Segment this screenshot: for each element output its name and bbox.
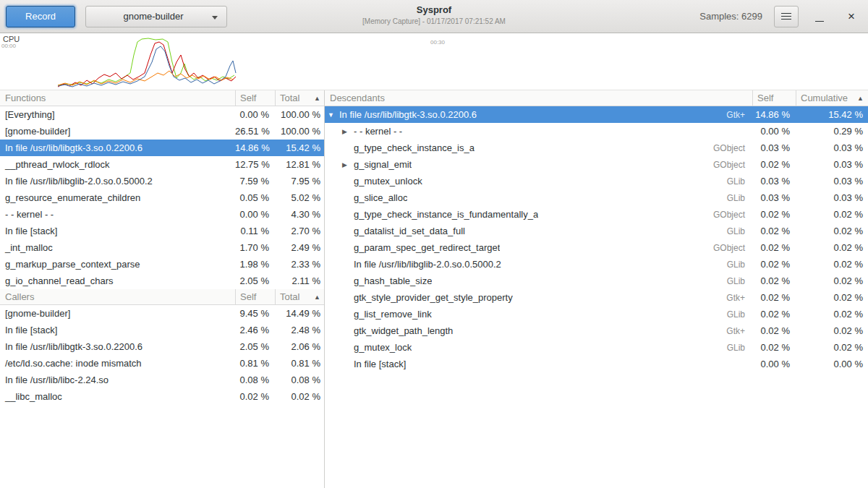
callers-row[interactable]: [gnome-builder]9.45 %14.49 % (0, 305, 324, 322)
time-label-mid: 00:30 (430, 39, 445, 46)
functions-row[interactable]: _int_malloc1.70 %2.49 % (0, 239, 324, 256)
function-name: g_io_channel_read_chars (0, 275, 235, 286)
descendant-name-cell: In file [stack] (325, 359, 752, 369)
expander-expanded-icon[interactable]: ▼ (328, 111, 339, 119)
cpu-graph[interactable]: CPU 00:00 00:30 (0, 33, 868, 90)
function-name: In file [stack] (0, 325, 235, 335)
expander-collapsed-icon[interactable]: ▶ (342, 161, 354, 168)
descendants-row[interactable]: g_list_remove_linkGLib0.02 %0.02 % (325, 306, 868, 322)
descendants-row[interactable]: g_mutex_lockGLib0.02 %0.02 % (325, 339, 868, 356)
descendants-row[interactable]: ▶g_signal_emitGObject0.02 %0.03 % (325, 156, 868, 173)
self-value: 0.02 % (752, 159, 796, 170)
function-name: g_resource_enumerate_children (0, 192, 235, 203)
descendants-row[interactable]: gtk_widget_path_lengthGtk+0.02 %0.02 % (325, 322, 868, 339)
descendant-name: g_param_spec_get_redirect_target (354, 242, 500, 253)
self-value: 1.98 % (235, 259, 275, 270)
cumulative-value: 0.02 % (796, 325, 868, 336)
callers-header-row: Callers Self Total ▲ (0, 289, 324, 305)
callers-self-column-header[interactable]: Self (235, 289, 275, 304)
functions-row[interactable]: [Everything]0.00 %100.00 % (0, 106, 324, 123)
functions-body: [Everything]0.00 %100.00 %[gnome-builder… (0, 106, 324, 289)
descendants-row[interactable]: In file [stack]0.00 %0.00 % (325, 356, 868, 372)
functions-row[interactable]: g_resource_enumerate_children0.05 %5.02 … (0, 189, 324, 206)
callers-total-column-header[interactable]: Total ▲ (275, 289, 324, 304)
category-label: GLib (501, 260, 752, 270)
callers-row[interactable]: In file [stack]2.46 %2.48 % (0, 322, 324, 338)
close-button[interactable]: × (841, 6, 862, 27)
descendants-column-header[interactable]: Descendants (325, 90, 752, 106)
function-name: __pthread_rwlock_rdlock (0, 159, 235, 170)
category-label: GObject (538, 210, 752, 220)
profile-target-dropdown[interactable]: gnome-builder (85, 6, 227, 27)
descendants-row[interactable]: g_type_check_instance_is_aGObject0.03 %0… (325, 140, 868, 156)
time-label-start: 00:00 (1, 43, 16, 49)
functions-row[interactable]: g_markup_parse_context_parse1.98 %2.33 % (0, 256, 324, 273)
descendants-row[interactable]: g_param_spec_get_redirect_targetGObject0… (325, 239, 868, 256)
descendant-name-cell: ▼In file /usr/lib/libgtk-3.so.0.2200.6Gt… (325, 109, 752, 120)
descendants-self-column-header[interactable]: Self (752, 90, 796, 106)
functions-row[interactable]: In file [stack]0.11 %2.70 % (0, 223, 324, 239)
callers-row[interactable]: /etc/ld.so.cache: inode mismatch0.81 %0.… (0, 355, 324, 372)
function-name: In file [stack] (0, 226, 235, 236)
headerbar-right: Samples: 6299 × (699, 6, 862, 27)
descendants-row[interactable]: g_mutex_unlockGLib0.03 %0.03 % (325, 173, 868, 189)
functions-row[interactable]: - - kernel - -0.00 %4.30 % (0, 206, 324, 223)
functions-row[interactable]: In file /usr/lib/libgtk-3.so.0.2200.614.… (0, 140, 324, 156)
self-value: 2.46 % (235, 325, 275, 335)
functions-row[interactable]: __pthread_rwlock_rdlock12.75 %12.81 % (0, 156, 324, 173)
menu-button[interactable] (774, 6, 799, 27)
total-value: 5.02 % (275, 192, 324, 203)
function-name: In file /usr/lib/libgtk-3.so.0.2200.6 (0, 341, 235, 352)
descendants-row[interactable]: ▶- - kernel - -0.00 %0.29 % (325, 123, 868, 140)
expander-collapsed-icon[interactable]: ▶ (342, 128, 354, 135)
functions-self-column-header[interactable]: Self (235, 90, 275, 106)
descendant-name-cell: gtk_style_provider_get_style_propertyGtk… (325, 292, 752, 303)
total-value: 0.08 % (275, 374, 324, 385)
functions-total-column-header[interactable]: Total ▲ (275, 90, 324, 106)
callers-row[interactable]: In file /usr/lib/libc-2.24.so0.08 %0.08 … (0, 372, 324, 388)
callers-body: [gnome-builder]9.45 %14.49 %In file [sta… (0, 305, 324, 405)
self-value: 9.45 % (235, 308, 275, 319)
descendant-name-cell: g_datalist_id_set_data_fullGLib (325, 226, 752, 236)
record-button[interactable]: Record (6, 6, 75, 27)
callers-column-header[interactable]: Callers (0, 289, 235, 304)
total-value: 15.42 % (275, 142, 324, 153)
descendants-row[interactable]: g_slice_allocGLib0.03 %0.03 % (325, 189, 868, 206)
function-name: /etc/ld.so.cache: inode mismatch (0, 358, 235, 369)
self-value: 0.03 % (752, 142, 796, 153)
total-value: 14.49 % (275, 308, 324, 319)
descendants-row[interactable]: g_datalist_id_set_data_fullGLib0.02 %0.0… (325, 223, 868, 239)
main-area: Functions Self Total ▲ [Everything]0.00 … (0, 90, 868, 488)
functions-column-header[interactable]: Functions (0, 90, 235, 106)
descendant-name: - - kernel - - (354, 126, 402, 137)
self-value: 0.03 % (752, 176, 796, 187)
functions-row[interactable]: In file /usr/lib/libglib-2.0.so.0.5000.2… (0, 173, 324, 189)
cumulative-value: 0.03 % (796, 176, 868, 187)
self-value: 0.05 % (235, 192, 275, 203)
self-value: 0.02 % (752, 209, 796, 220)
descendant-name: g_slice_alloc (354, 192, 407, 203)
callers-row[interactable]: In file /usr/lib/libgtk-3.so.0.2200.62.0… (0, 338, 324, 355)
total-value: 100.00 % (275, 126, 324, 137)
total-value: 100.00 % (275, 109, 324, 120)
descendant-name: g_mutex_unlock (354, 176, 422, 187)
descendant-name-cell: g_type_check_instance_is_aGObject (325, 142, 752, 153)
descendants-row[interactable]: ▼In file /usr/lib/libgtk-3.so.0.2200.6Gt… (325, 106, 868, 123)
descendants-row[interactable]: g_hash_table_sizeGLib0.02 %0.02 % (325, 273, 868, 289)
functions-row[interactable]: g_io_channel_read_chars2.05 %2.11 % (0, 273, 324, 289)
descendants-row[interactable]: gtk_style_provider_get_style_propertyGtk… (325, 289, 868, 306)
left-pane: Functions Self Total ▲ [Everything]0.00 … (0, 90, 325, 488)
descendant-name: g_signal_emit (354, 159, 412, 170)
descendants-row[interactable]: In file /usr/lib/libglib-2.0.so.0.5000.2… (325, 256, 868, 273)
descendants-cumulative-column-header[interactable]: Cumulative ▲ (796, 90, 868, 106)
total-value: 7.95 % (275, 176, 324, 187)
cumulative-value: 15.42 % (796, 109, 868, 120)
callers-row[interactable]: __libc_malloc0.02 %0.02 % (0, 388, 324, 405)
category-label: GLib (432, 309, 752, 320)
descendants-header-row: Descendants Self Cumulative ▲ (325, 90, 868, 106)
functions-row[interactable]: [gnome-builder]26.51 %100.00 % (0, 123, 324, 140)
category-label: GObject (475, 143, 752, 153)
minimize-button[interactable] (809, 6, 830, 27)
descendants-row[interactable]: g_type_check_instance_is_fundamentally_a… (325, 206, 868, 223)
self-value: 0.02 % (752, 325, 796, 336)
